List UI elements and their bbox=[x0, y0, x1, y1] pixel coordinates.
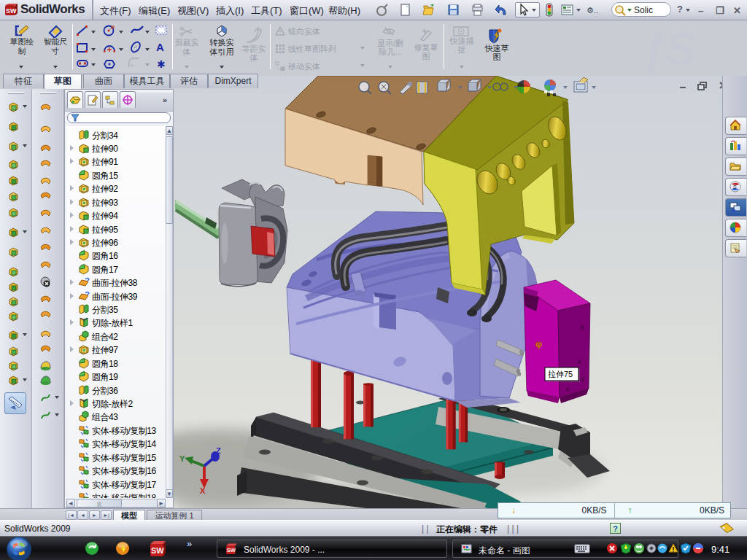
svg-text:拉伸75: 拉伸75 bbox=[548, 370, 573, 378]
svg-text:Y: Y bbox=[179, 454, 185, 463]
svg-text:SW: SW bbox=[151, 546, 164, 555]
svg-text:S: S bbox=[733, 184, 737, 190]
svg-text:Z: Z bbox=[216, 446, 221, 455]
svg-text:X: X bbox=[200, 486, 206, 495]
svg-text:SW: SW bbox=[6, 7, 17, 15]
svg-text:SW: SW bbox=[227, 547, 236, 553]
svg-text:φ: φ bbox=[535, 338, 542, 349]
